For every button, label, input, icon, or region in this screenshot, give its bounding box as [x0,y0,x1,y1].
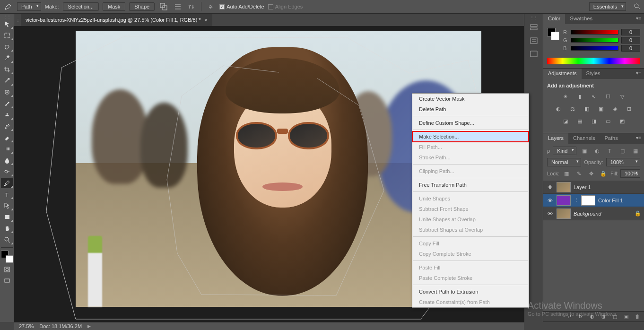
clone-stamp-tool[interactable] [1,110,13,120]
path-operations-icon[interactable] [158,2,169,11]
character-panel-icon[interactable] [527,48,540,60]
path-arrangement-icon[interactable] [187,2,197,11]
align-edges-checkbox[interactable]: Align Edges [268,4,303,10]
dodge-tool[interactable] [1,166,13,177]
foreground-background-colors[interactable] [1,251,13,263]
status-menu-icon[interactable]: ▶ [87,324,91,329]
marquee-tool[interactable] [1,30,13,41]
dock-grip[interactable]: ⋮⋮ [530,16,538,20]
lock-position-icon[interactable]: ✥ [586,169,596,178]
layer-thumbnail[interactable] [557,208,571,219]
visibility-icon[interactable]: 👁 [546,198,554,203]
layer-filter-kind[interactable]: Kind [553,147,576,155]
mask-button[interactable]: Mask [103,2,125,11]
red-value[interactable]: 0 [621,29,640,35]
posterize-icon[interactable]: ▤ [574,117,585,125]
layer-name[interactable]: Layer 1 [574,184,641,190]
layer-thumbnail[interactable] [557,195,571,206]
type-tool[interactable]: T [1,189,13,200]
quick-mask-mode[interactable] [1,264,13,275]
gradient-map-icon[interactable]: ▭ [603,117,613,125]
auto-add-delete-checkbox[interactable]: Auto Add/Delete [219,4,264,10]
link-layers-icon[interactable]: ⇄ [566,313,573,321]
healing-brush-tool[interactable] [1,87,13,97]
visibility-icon[interactable]: 👁 [546,184,554,190]
context-menu-item[interactable]: Delete Path [412,104,529,114]
new-fill-icon[interactable]: ◑ [600,313,607,321]
zoom-tool[interactable] [1,234,13,245]
invert-icon[interactable]: ◪ [560,117,571,125]
layer-mask-icon[interactable]: ◐ [588,313,596,321]
tab-layers[interactable]: Layers [543,133,568,144]
close-tab-icon[interactable]: × [205,17,208,23]
properties-panel-icon[interactable] [527,35,540,46]
panel-menu-icon[interactable]: ▾≡ [633,133,644,144]
context-menu-item[interactable]: Define Custom Shape... [412,118,529,128]
lock-all-icon[interactable]: 🔒 [598,169,609,178]
gear-icon[interactable]: ✲ [205,2,216,11]
context-menu-item[interactable]: Free Transform Path [412,180,529,190]
delete-layer-icon[interactable]: 🗑 [634,313,641,321]
lasso-tool[interactable] [1,42,13,52]
fill-value[interactable]: 100% [620,169,640,178]
search-icon[interactable] [634,3,641,10]
zoom-level[interactable]: 27.5% [19,323,34,329]
tab-paths[interactable]: Paths [600,133,623,144]
hand-tool[interactable] [1,223,13,234]
history-brush-tool[interactable] [1,121,13,131]
color-balance-icon[interactable]: ⚖ [567,104,578,113]
hue-icon[interactable]: ◐ [553,104,564,113]
layer-row[interactable]: 👁 Background 🔒 [543,207,644,220]
blue-slider[interactable] [571,46,618,51]
brush-tool[interactable] [1,98,13,109]
path-selection-tool[interactable] [1,200,13,211]
gradient-tool[interactable] [1,144,13,154]
photo-filter-icon[interactable]: ▣ [596,104,606,113]
panel-menu-icon[interactable]: ▾≡ [633,14,644,24]
filter-pixel-icon[interactable]: ▣ [579,147,589,155]
visibility-icon[interactable]: 👁 [546,211,554,217]
bw-icon[interactable]: ◧ [582,104,592,113]
selection-button[interactable]: Selection... [63,2,99,11]
spectrum-bar[interactable] [547,58,640,64]
context-menu-item[interactable]: Create Vector Mask [412,94,529,104]
selective-color-icon[interactable]: ◩ [617,117,627,125]
vibrance-icon[interactable]: ▽ [617,92,627,101]
layer-thumbnail[interactable] [557,182,571,192]
layer-style-icon[interactable]: fx [577,313,584,321]
brightness-icon[interactable]: ☀ [560,92,571,101]
toolbar-grip[interactable]: ⋮⋮ [0,15,14,18]
exposure-icon[interactable]: ☐ [603,92,613,101]
pen-tool[interactable] [1,178,13,188]
tab-adjustments[interactable]: Adjustments [543,69,582,79]
blend-mode-dropdown[interactable]: Normal [547,158,581,166]
opacity-value[interactable]: 100% [606,158,640,166]
filter-type-icon[interactable]: T [605,147,615,155]
tab-grip[interactable]: ⋮⋮ [16,18,21,22]
history-panel-icon[interactable] [527,22,540,33]
context-menu-item[interactable]: Convert Path to Extrusion [412,287,529,297]
path-mode-dropdown[interactable]: Path [17,2,41,11]
new-group-icon[interactable]: ▢ [611,313,618,321]
lock-image-icon[interactable]: ✎ [574,169,584,178]
levels-icon[interactable]: ▮ [574,92,585,101]
magic-wand-tool[interactable] [1,53,13,63]
filter-adjustment-icon[interactable]: ◐ [592,147,602,155]
color-lookup-icon[interactable]: ⊞ [624,104,635,113]
new-layer-icon[interactable]: ▣ [622,313,630,321]
screen-mode[interactable] [1,276,13,286]
channel-mixer-icon[interactable]: ◈ [610,104,620,113]
tab-color[interactable]: Color [543,14,565,24]
rectangle-tool[interactable] [1,212,13,222]
eraser-tool[interactable] [1,132,13,143]
layer-name[interactable]: Color Fill 1 [598,198,641,203]
green-value[interactable]: 0 [621,37,640,43]
mask-thumbnail[interactable] [581,195,595,206]
move-tool[interactable] [1,19,13,29]
layer-row[interactable]: 👁 ⋮ Color Fill 1 [543,194,644,207]
blue-value[interactable]: 0 [621,45,640,52]
curves-icon[interactable]: ∿ [589,92,599,101]
filter-smart-icon[interactable]: ▦ [630,147,640,155]
tab-swatches[interactable]: Swatches [565,14,597,24]
workspace-dropdown[interactable]: Essentials [589,2,626,11]
